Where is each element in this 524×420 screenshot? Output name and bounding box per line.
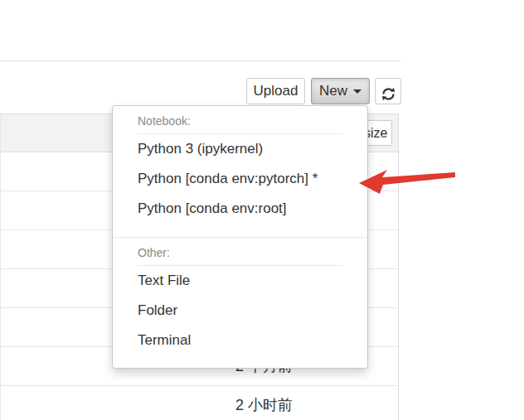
menu-item-text-file[interactable]: Text File: [113, 266, 367, 296]
file-row[interactable]: 2 小时前: [1, 386, 398, 420]
caret-down-icon: [353, 89, 361, 94]
menu-item-conda-env-root[interactable]: Python [conda env:root]: [113, 194, 367, 224]
menu-item-folder[interactable]: Folder: [113, 296, 367, 326]
menu-item-conda-env-pytorch[interactable]: Python [conda env:pytorch] *: [113, 164, 367, 194]
menu-item-terminal[interactable]: Terminal: [113, 326, 367, 355]
new-button-label: New: [319, 83, 347, 99]
new-dropdown-menu: Notebook: Python 3 (ipykernel) Python [c…: [112, 105, 368, 369]
refresh-icon: [381, 89, 395, 104]
menu-section-header-notebook: Notebook:: [138, 111, 342, 134]
new-button[interactable]: New: [311, 78, 370, 104]
menu-section-header-other: Other:: [138, 243, 342, 266]
toolbar-divider: [0, 60, 400, 61]
menu-item-python3-ipykernel[interactable]: Python 3 (ipykernel): [113, 134, 367, 164]
upload-button[interactable]: Upload: [246, 78, 305, 104]
last-modified-cell: 2 小时前: [235, 395, 293, 415]
menu-divider: [113, 237, 367, 238]
refresh-button[interactable]: [375, 78, 401, 104]
jupyter-file-browser: Upload New File size: [0, 0, 524, 420]
